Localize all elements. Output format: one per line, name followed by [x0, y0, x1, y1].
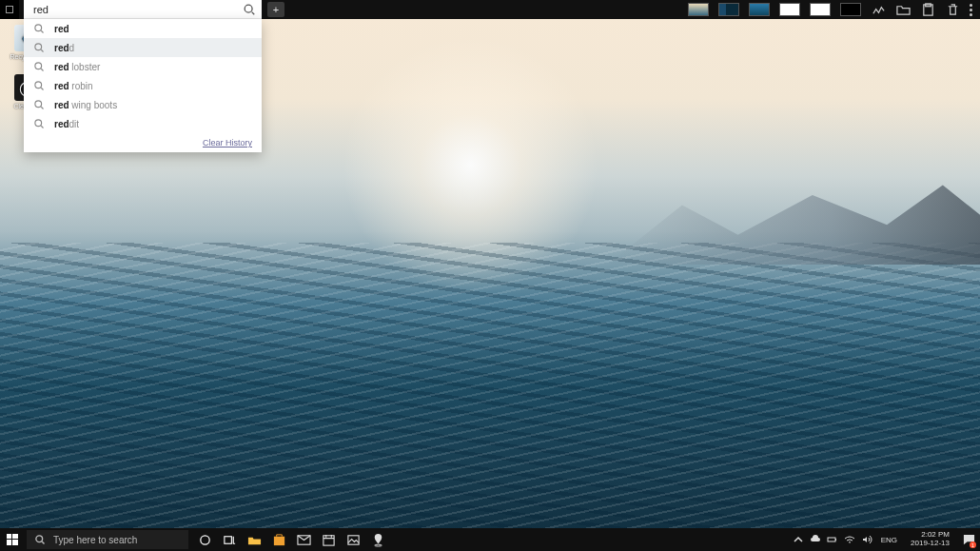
suggestion-text: redd [54, 43, 74, 53]
scene-thumbnail[interactable] [688, 3, 709, 16]
svg-point-5 [35, 63, 42, 69]
svg-point-6 [35, 82, 42, 89]
tray-language[interactable]: ENG [877, 536, 901, 544]
scene-thumbnail[interactable] [749, 3, 770, 16]
search-icon [33, 80, 45, 91]
search-box[interactable] [24, 0, 262, 19]
svg-point-2 [245, 5, 252, 12]
search-suggestion[interactable]: red robin [24, 76, 262, 95]
tray-chevron-up-icon[interactable] [792, 533, 805, 546]
suggestion-text: reddit [54, 119, 79, 129]
svg-rect-21 [828, 538, 835, 541]
suggestion-text: red lobster [54, 62, 100, 72]
svg-point-14 [200, 535, 208, 543]
trash-icon[interactable] [945, 2, 960, 17]
app-menu-button[interactable] [0, 0, 19, 19]
clear-history-row: Clear History [24, 133, 262, 152]
system-tray: ENG 2:02 PM 2019-12-13 1 [792, 528, 980, 551]
taskbar-search[interactable]: Type here to search [27, 530, 188, 549]
taskbar-app-calendar[interactable] [316, 528, 341, 551]
search-suggestions: redreddred lobsterred robinred wing boot… [24, 19, 262, 152]
svg-rect-11 [7, 540, 11, 545]
search-suggestion[interactable]: redd [24, 38, 262, 57]
svg-point-4 [35, 44, 42, 50]
suggestion-text: red [54, 24, 69, 34]
search-icon [33, 42, 45, 53]
search-icon [33, 118, 45, 129]
svg-rect-18 [323, 535, 333, 544]
taskbar-app-store[interactable] [266, 528, 291, 551]
svg-rect-16 [273, 536, 284, 544]
taskbar-search-placeholder: Type here to search [53, 535, 137, 545]
tray-volume-icon[interactable] [860, 533, 873, 546]
search-suggestion[interactable]: red lobster [24, 57, 262, 76]
taskbar-app-photos[interactable] [341, 528, 365, 551]
add-tab-button[interactable]: + [267, 2, 284, 17]
taskbar-app-explorer[interactable] [242, 528, 266, 551]
svg-rect-19 [347, 535, 358, 543]
svg-rect-9 [7, 534, 11, 539]
clear-history-link[interactable]: Clear History [203, 138, 252, 148]
tray-battery-icon[interactable] [826, 533, 839, 546]
search-icon [33, 99, 45, 110]
svg-point-7 [35, 101, 42, 108]
svg-point-8 [35, 120, 42, 127]
svg-rect-15 [224, 536, 231, 543]
chart-icon[interactable] [871, 2, 886, 17]
suggestion-text: red robin [54, 81, 93, 91]
tray-onedrive-icon[interactable] [809, 533, 822, 546]
more-menu-icon[interactable] [970, 4, 972, 16]
search-suggestion[interactable]: reddit [24, 114, 262, 133]
taskbar: Type here to search ENG 2:02 PM 2019-12-… [0, 528, 980, 551]
search-suggestion[interactable]: red wing boots [24, 95, 262, 114]
search-suggestion[interactable]: red [24, 19, 262, 38]
svg-rect-10 [12, 534, 18, 539]
svg-point-20 [374, 544, 382, 546]
scene-thumbnail[interactable] [718, 3, 739, 16]
taskbar-app-mail[interactable] [291, 528, 316, 551]
search-icon [33, 23, 45, 34]
scene-thumbnail[interactable] [810, 3, 831, 16]
tray-wifi-icon[interactable] [843, 533, 856, 546]
search-dropdown: redreddred lobsterred robinred wing boot… [24, 0, 262, 152]
scene-thumbnail[interactable] [840, 3, 861, 16]
cortana-button[interactable] [192, 528, 217, 551]
folder-icon[interactable] [895, 2, 911, 17]
tray-clock[interactable]: 2:02 PM 2019-12-13 [905, 531, 955, 548]
search-icon[interactable] [243, 3, 256, 16]
search-input[interactable] [33, 4, 243, 15]
task-view-button[interactable] [217, 528, 242, 551]
svg-point-13 [36, 536, 43, 542]
svg-rect-22 [835, 539, 836, 541]
taskbar-app-maps[interactable] [365, 528, 390, 551]
search-icon [33, 61, 45, 72]
notification-badge: 1 [970, 541, 976, 548]
start-button[interactable] [0, 528, 25, 551]
scene-thumbnail[interactable] [779, 3, 800, 16]
action-center-button[interactable]: 1 [959, 528, 978, 551]
clipboard-icon[interactable] [920, 2, 935, 17]
svg-rect-12 [12, 540, 18, 545]
tray-date: 2019-12-13 [911, 540, 950, 548]
suggestion-text: red wing boots [54, 100, 117, 110]
svg-point-3 [35, 25, 42, 31]
